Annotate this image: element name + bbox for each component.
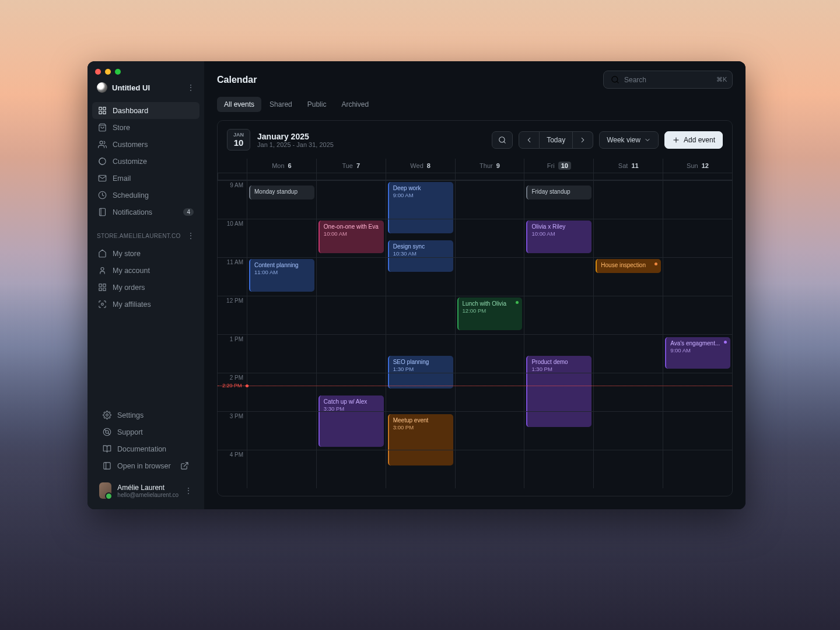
calendar-cell[interactable] (455, 450, 524, 488)
calendar-cell[interactable] (247, 411, 316, 450)
tab-archived[interactable]: Archived (334, 97, 376, 112)
add-event-button[interactable]: Add event (664, 131, 723, 149)
day-header[interactable]: Tue 7 (316, 159, 386, 173)
sidebar-item-my-account[interactable]: My account (92, 262, 200, 279)
calendar-cell[interactable] (386, 334, 455, 373)
calendar-cell[interactable] (663, 411, 732, 450)
next-button[interactable] (573, 131, 593, 149)
view-selector[interactable]: Week view (599, 131, 659, 149)
calendar-cell[interactable] (524, 219, 593, 257)
sidebar-item-documentation[interactable]: Documentation (97, 440, 195, 457)
calendar-cell[interactable]: Ava's engagment...9:00 AM (663, 180, 732, 219)
calendar-cell[interactable] (524, 373, 593, 411)
calendar-cell[interactable] (386, 219, 455, 257)
calendar-cell[interactable] (593, 219, 663, 257)
today-button[interactable]: Today (540, 131, 573, 149)
calendar-cell[interactable]: House inspection (593, 180, 663, 219)
calendar-cell[interactable]: Deep work9:00 AMDesign sync10:30 AMSEO p… (386, 180, 455, 219)
calendar-cell[interactable] (593, 296, 663, 334)
calendar-cell[interactable] (593, 257, 663, 296)
sidebar-item-support[interactable]: Support (97, 424, 195, 440)
calendar-cell[interactable] (593, 373, 663, 411)
day-header[interactable]: Fri 10 (524, 159, 593, 173)
calendar-cell[interactable] (386, 411, 455, 450)
tab-shared[interactable]: Shared (262, 97, 299, 112)
search-box[interactable]: ⌘K (603, 71, 733, 89)
calendar-cell[interactable] (316, 334, 386, 373)
calendar-cell[interactable]: Lunch with Olivia12:00 PM (455, 180, 524, 219)
calendar-search-button[interactable] (492, 131, 513, 149)
calendar-cell[interactable]: One-on-one with Eva10:00 AMCatch up w/ A… (316, 180, 386, 219)
calendar-cell[interactable] (524, 411, 593, 450)
calendar-cell[interactable] (386, 373, 455, 411)
sidebar-item-label: My account (113, 267, 150, 275)
day-header[interactable]: Sat 11 (593, 159, 663, 173)
day-header[interactable]: Thur 9 (455, 159, 524, 173)
maximize-window[interactable] (115, 69, 121, 75)
calendar-cell[interactable] (524, 296, 593, 334)
brand-menu-icon[interactable]: ⋮ (187, 83, 195, 92)
calendar-cell[interactable] (455, 411, 524, 450)
user-menu-icon[interactable]: ⋮ (184, 486, 192, 495)
calendar-cell[interactable] (316, 411, 386, 450)
search-input[interactable] (624, 76, 712, 84)
prev-button[interactable] (519, 131, 540, 149)
calendar-cell[interactable] (247, 219, 316, 257)
tab-public[interactable]: Public (300, 97, 334, 112)
calendar-cell[interactable] (247, 257, 316, 296)
calendar-cell[interactable] (593, 411, 663, 450)
calendar-cell[interactable] (386, 257, 455, 296)
calendar-cell[interactable] (316, 373, 386, 411)
sidebar-item-settings[interactable]: Settings (97, 407, 195, 424)
sidebar-item-open-browser[interactable]: Open in browser (97, 457, 195, 474)
calendar-cell[interactable] (455, 219, 524, 257)
calendar-cell[interactable] (663, 373, 732, 411)
calendar-cell[interactable]: Monday standupContent planning11:00 AM (247, 180, 316, 219)
calendar-cell[interactable] (663, 257, 732, 296)
calendar-cell[interactable] (455, 334, 524, 373)
sidebar-item-notifications[interactable]: Notifications 4 (92, 204, 200, 220)
calendar-cell[interactable] (386, 450, 455, 488)
user-card[interactable]: Amélie Laurent hello@amelielaurent.co ⋮ (92, 477, 200, 505)
calendar-cell[interactable] (316, 257, 386, 296)
sidebar-item-my-orders[interactable]: My orders (92, 279, 200, 296)
day-header[interactable]: Sun 12 (663, 159, 732, 173)
calendar-cell[interactable] (247, 334, 316, 373)
calendar-cell[interactable] (455, 257, 524, 296)
calendar-cell[interactable] (524, 450, 593, 488)
calendar-cell[interactable] (593, 450, 663, 488)
close-window[interactable] (95, 69, 101, 75)
sidebar-item-email[interactable]: Email (92, 170, 200, 187)
calendar-cell[interactable] (663, 334, 732, 373)
sidebar-item-dashboard[interactable]: Dashboard (92, 102, 200, 119)
calendar-cell[interactable] (524, 257, 593, 296)
calendar-cell[interactable] (247, 450, 316, 488)
sidebar-item-my-affiliates[interactable]: My affiliates (92, 296, 200, 313)
calendar-cell[interactable] (316, 450, 386, 488)
calendar-cell[interactable] (593, 334, 663, 373)
calendar-cell[interactable] (663, 296, 732, 334)
calendar-cell[interactable] (247, 296, 316, 334)
sidebar-item-my-store[interactable]: My store (92, 245, 200, 262)
calendar-cell[interactable] (386, 296, 455, 334)
sidebar-item-customize[interactable]: Customize (92, 153, 200, 170)
sidebar-item-customers[interactable]: Customers (92, 136, 200, 153)
calendar-cell[interactable] (663, 219, 732, 257)
day-header[interactable]: Mon 6 (247, 159, 316, 173)
sidebar-item-store[interactable]: Store (92, 119, 200, 136)
calendar-cell[interactable]: Friday standupOlivia x Riley10:00 AMProd… (524, 180, 593, 219)
section-menu-icon[interactable]: ⋮ (187, 231, 195, 240)
sidebar-item-scheduling[interactable]: Scheduling (92, 187, 200, 204)
calendar-event[interactable]: Monday standup (249, 186, 314, 200)
calendar-event[interactable]: Friday standup (526, 186, 592, 200)
calendar-cell[interactable] (247, 373, 316, 411)
minimize-window[interactable] (105, 69, 111, 75)
tab-all-events[interactable]: All events (217, 97, 261, 112)
calendar-cell[interactable] (663, 450, 732, 488)
day-header[interactable]: Wed 8 (386, 159, 455, 173)
calendar-cell[interactable] (316, 219, 386, 257)
calendar-cell[interactable] (455, 296, 524, 334)
calendar-cell[interactable] (316, 296, 386, 334)
calendar-cell[interactable] (455, 373, 524, 411)
calendar-cell[interactable] (524, 334, 593, 373)
